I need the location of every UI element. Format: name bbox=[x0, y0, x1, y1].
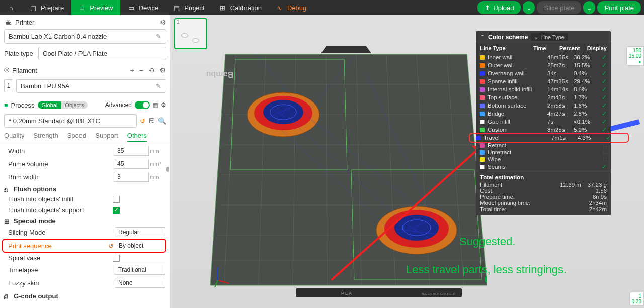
reset-preset-button[interactable]: ↺ bbox=[140, 117, 145, 125]
line-type-row[interactable]: Inner wall48m56s30.2%✓ bbox=[476, 53, 611, 61]
line-type-row[interactable]: Seams✓ bbox=[476, 163, 611, 171]
sync-filament-button[interactable]: ⟲ bbox=[148, 66, 154, 74]
slider-up-icon[interactable]: ▸ bbox=[629, 59, 641, 64]
edit-icon[interactable]: ✎ bbox=[156, 82, 162, 90]
display-toggle[interactable]: ✓ bbox=[599, 118, 607, 125]
preview-canvas[interactable]: Bambu Cool Plate bbox=[170, 15, 644, 308]
collapse-icon[interactable]: ⌃ bbox=[480, 34, 485, 41]
printer-settings-button[interactable]: ⚙ bbox=[160, 19, 166, 26]
display-toggle[interactable]: □ bbox=[599, 156, 607, 162]
home-icon: ⌂ bbox=[7, 4, 15, 12]
line-type-row[interactable]: Retract□ bbox=[476, 142, 611, 149]
width-input[interactable]: 35 bbox=[114, 146, 149, 156]
line-type-row[interactable]: Custom8m25s5.2%✓ bbox=[476, 126, 611, 134]
line-type-row[interactable]: Outer wall25m7s15.5%✓ bbox=[476, 61, 611, 69]
flush-options-header: ⎌Flush options bbox=[4, 183, 166, 194]
display-toggle[interactable]: ✓ bbox=[599, 94, 607, 101]
device-tab[interactable]: ▭Device bbox=[120, 0, 166, 15]
spiral-vase-checkbox[interactable] bbox=[113, 255, 120, 262]
upload-dropdown[interactable]: ⌄ bbox=[523, 1, 535, 14]
line-type-row[interactable]: Internal solid infill14m14s8.8%✓ bbox=[476, 85, 611, 93]
line-type-row[interactable]: Sparse infill47m35s29.4%✓ bbox=[476, 77, 611, 85]
setting-timelapse: Timelapse Traditional bbox=[4, 263, 166, 276]
setting-flush-support: Flush into objects' support bbox=[4, 204, 166, 215]
save-preset-button[interactable]: 🖫 bbox=[148, 117, 155, 125]
flush-infill-checkbox[interactable] bbox=[113, 196, 120, 203]
print-sequence-select[interactable]: By object bbox=[116, 241, 164, 250]
line-type-name: Custom bbox=[488, 127, 547, 133]
display-toggle[interactable]: ✓ bbox=[603, 134, 611, 141]
line-type-row[interactable]: Bottom surface2m58s1.8%✓ bbox=[476, 101, 611, 110]
plate-thumbnail[interactable] bbox=[174, 18, 207, 49]
layer-top-badge[interactable]: 150 15.00 ▸ bbox=[626, 46, 644, 66]
prime-volume-input[interactable]: 45 bbox=[114, 159, 149, 169]
line-type-name: Retract bbox=[488, 142, 547, 148]
upload-button[interactable]: ↥Upload bbox=[477, 1, 521, 14]
printer-select[interactable]: Bambu Lab X1 Carbon 0.4 nozzle ✎ bbox=[4, 29, 166, 44]
display-toggle[interactable]: ✓ bbox=[599, 70, 607, 77]
line-type-row[interactable]: Gap infill7s<0.1%✓ bbox=[476, 118, 611, 126]
display-toggle[interactable]: ✓ bbox=[599, 126, 607, 133]
calibration-tab[interactable]: ⊞Calibration bbox=[212, 0, 269, 15]
prepare-tab[interactable]: ▢Prepare bbox=[22, 0, 71, 15]
home-button[interactable]: ⌂ bbox=[0, 0, 22, 15]
layer-bottom-badge[interactable]: 1 0.20 bbox=[629, 292, 644, 306]
process-settings-button[interactable]: ⚙ bbox=[160, 101, 166, 109]
process-preset-select[interactable]: * 0.20mm Standard @BBL X1C bbox=[4, 114, 137, 128]
plate-type-label: Plate type bbox=[4, 50, 34, 57]
project-tab[interactable]: ▤Project bbox=[166, 0, 211, 15]
display-toggle[interactable]: ✓ bbox=[599, 163, 607, 170]
display-toggle[interactable]: ✓ bbox=[599, 110, 607, 117]
tab-strength[interactable]: Strength bbox=[33, 132, 58, 142]
print-plate-button[interactable]: Print plate bbox=[597, 1, 641, 14]
global-objects-toggle[interactable]: Global Objects bbox=[38, 101, 88, 109]
line-type-row[interactable]: Wipe□ bbox=[476, 156, 611, 163]
search-preset-button[interactable]: 🔍 bbox=[158, 117, 166, 125]
filament-settings-button[interactable]: ⚙ bbox=[159, 66, 166, 74]
plate-type-select[interactable]: Cool Plate / PLA Plate bbox=[38, 47, 166, 60]
timelapse-select[interactable]: Traditional bbox=[115, 265, 165, 275]
slicing-mode-select[interactable]: Regular bbox=[115, 227, 165, 237]
list-mode-button[interactable]: ▦ bbox=[153, 101, 158, 109]
device-label: Device bbox=[139, 4, 159, 12]
setting-spiral-vase: Spiral vase bbox=[4, 253, 166, 263]
slice-plate-button[interactable]: Slice plate bbox=[537, 1, 581, 14]
color-scheme-select[interactable]: ⌄Line Type bbox=[531, 33, 568, 41]
line-type-row[interactable]: Top surface2m43s1.7%✓ bbox=[476, 93, 611, 101]
tab-support[interactable]: Support bbox=[95, 132, 118, 142]
display-toggle[interactable]: ✓ bbox=[599, 86, 607, 93]
brim-width-input[interactable]: 3 bbox=[114, 172, 149, 182]
line-type-row[interactable]: Travel7m1s4.3%✓ bbox=[470, 134, 628, 142]
chevron-down-icon: ⌄ bbox=[526, 4, 532, 12]
tab-speed[interactable]: Speed bbox=[67, 132, 87, 142]
display-toggle[interactable]: ✓ bbox=[599, 78, 607, 85]
line-type-time: 2m43s bbox=[547, 94, 574, 100]
fuzzy-skin-select[interactable]: None bbox=[115, 278, 165, 288]
line-type-row[interactable]: Bridge4m27s2.8%✓ bbox=[476, 110, 611, 118]
display-toggle[interactable]: □ bbox=[599, 142, 607, 148]
line-type-row[interactable]: Unretract□ bbox=[476, 149, 611, 156]
advanced-toggle[interactable] bbox=[135, 101, 150, 109]
display-toggle[interactable]: □ bbox=[599, 149, 607, 155]
scrollbar-thumb[interactable] bbox=[166, 167, 169, 172]
display-toggle[interactable]: ✓ bbox=[599, 62, 607, 69]
add-filament-button[interactable]: + bbox=[130, 66, 134, 74]
tab-quality[interactable]: Quality bbox=[4, 132, 24, 142]
line-type-time: 47m35s bbox=[547, 78, 574, 84]
print-plate-dropdown[interactable]: ⌄ bbox=[583, 1, 595, 14]
display-toggle[interactable]: ✓ bbox=[599, 102, 607, 109]
edit-icon[interactable]: ✎ bbox=[156, 33, 162, 40]
line-type-row[interactable]: Overhang wall34s0.4%✓ bbox=[476, 69, 611, 77]
debug-tab[interactable]: ∿Debug bbox=[269, 0, 313, 15]
debug-label: Debug bbox=[287, 4, 306, 12]
preview-tab[interactable]: ≡Preview bbox=[71, 0, 120, 15]
remove-filament-button[interactable]: − bbox=[139, 66, 143, 74]
tab-others[interactable]: Others bbox=[127, 132, 147, 142]
line-type-name: Inner wall bbox=[488, 54, 547, 60]
filament-select[interactable]: Bambu TPU 95A ✎ bbox=[16, 79, 166, 93]
line-type-percent: 15.5% bbox=[574, 62, 599, 68]
reset-icon[interactable]: ↺ bbox=[108, 242, 114, 250]
thumb-object-1 bbox=[181, 33, 188, 38]
display-toggle[interactable]: ✓ bbox=[599, 54, 607, 61]
flush-support-checkbox[interactable] bbox=[113, 207, 120, 214]
